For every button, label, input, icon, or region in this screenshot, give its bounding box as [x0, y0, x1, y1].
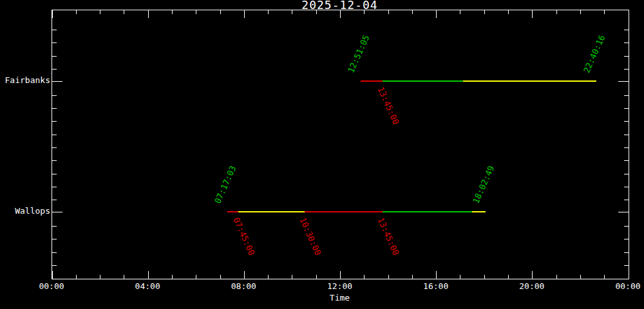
y-axis-tick: [624, 69, 629, 70]
x-axis-tick: [629, 271, 629, 279]
x-axis-tick: [100, 275, 100, 279]
x-axis-tick: [244, 10, 245, 18]
x-axis-tick: [364, 10, 365, 14]
x-axis-tick: [148, 271, 149, 279]
x-axis-tick: [436, 10, 437, 18]
x-axis-tick: [220, 275, 221, 279]
y-axis-tick: [624, 160, 629, 161]
y-axis-tick: [52, 135, 57, 135]
y-axis-tick: [624, 252, 629, 253]
x-tick-label: 08:00: [231, 281, 256, 291]
row-major-tick: [52, 81, 62, 82]
x-axis-tick: [172, 10, 173, 14]
y-axis-tick: [624, 226, 629, 227]
x-axis-tick: [196, 275, 196, 279]
row-major-tick: [618, 81, 629, 82]
x-axis-tick: [532, 271, 533, 279]
x-axis-tick: [124, 10, 124, 14]
y-axis-tick: [52, 69, 57, 70]
x-axis-tick: [52, 271, 53, 279]
x-axis-tick: [580, 275, 581, 279]
x-tick-label: 12:00: [327, 281, 352, 291]
x-axis-tick: [268, 275, 269, 279]
x-axis-tick: [388, 275, 389, 279]
x-tick-label: 20:00: [519, 281, 544, 291]
x-axis-tick: [316, 275, 317, 279]
x-axis-tick: [484, 275, 485, 279]
y-axis-tick: [52, 95, 57, 96]
pass-segment: [463, 80, 596, 82]
row-label-wallops: Wallops: [15, 206, 50, 216]
y-axis-tick: [52, 121, 57, 122]
x-axis-tick: [340, 271, 341, 279]
x-axis-tick: [316, 10, 317, 14]
x-axis-tick: [508, 275, 509, 279]
y-axis-tick: [624, 135, 629, 135]
x-axis-title: Time: [52, 293, 628, 303]
pass-segment: [472, 211, 486, 212]
x-axis-tick: [148, 10, 149, 18]
x-axis-tick: [484, 10, 485, 14]
x-axis-tick: [172, 275, 173, 279]
x-axis-tick: [268, 10, 269, 14]
x-axis-tick: [220, 10, 221, 14]
y-axis-tick: [624, 239, 629, 239]
visibility-timeline-chart: 2025-12-04 Time 00:0004:0008:0012:0016:0…: [0, 0, 644, 309]
x-axis-tick: [556, 10, 557, 14]
x-axis-tick: [508, 10, 509, 14]
row-major-tick: [52, 212, 62, 212]
x-axis-tick: [100, 10, 100, 14]
x-axis-tick: [340, 10, 341, 18]
x-axis-tick: [76, 10, 77, 14]
x-axis-tick: [412, 10, 413, 14]
y-axis-tick: [624, 42, 629, 43]
x-axis-tick: [52, 10, 53, 18]
pass-segment: [383, 80, 464, 82]
x-axis-tick: [244, 271, 245, 279]
y-axis-tick: [52, 226, 57, 227]
y-axis-tick: [624, 265, 629, 266]
y-axis-tick: [52, 42, 57, 43]
y-axis-tick: [52, 30, 57, 30]
y-axis-tick: [52, 200, 57, 200]
pass-segment: [227, 211, 238, 212]
y-axis-tick: [52, 174, 57, 174]
x-axis-tick: [604, 275, 605, 279]
x-axis-tick: [364, 275, 365, 279]
pass-segment: [361, 80, 383, 82]
pass-segment: [305, 211, 383, 212]
x-axis-tick: [124, 275, 124, 279]
y-axis-tick: [52, 56, 57, 57]
y-axis-tick: [624, 147, 629, 148]
x-axis-tick: [292, 10, 292, 14]
y-axis-tick: [52, 252, 57, 253]
row-label-fairbanks: Fairbanks: [5, 75, 50, 86]
pass-segment: [238, 211, 305, 212]
x-tick-label: 16:00: [423, 281, 448, 291]
y-axis-tick: [624, 121, 629, 122]
y-axis-tick: [624, 30, 629, 30]
x-axis-tick: [556, 275, 557, 279]
plot-area: [52, 10, 629, 279]
pass-segment: [383, 211, 472, 212]
y-axis-tick: [624, 56, 629, 57]
x-axis-tick: [460, 10, 460, 14]
x-tick-label: 00:00: [39, 281, 64, 291]
y-axis-tick: [52, 187, 57, 187]
y-axis-tick: [52, 160, 57, 161]
y-axis-tick: [624, 108, 629, 109]
x-axis-tick: [292, 275, 292, 279]
x-axis-tick: [76, 275, 77, 279]
x-axis-tick: [629, 10, 629, 18]
y-axis-tick: [624, 187, 629, 187]
x-axis-tick: [412, 275, 413, 279]
y-axis-tick: [624, 174, 629, 174]
y-axis-tick: [52, 108, 57, 109]
x-axis-tick: [532, 10, 533, 18]
x-axis-tick: [436, 271, 437, 279]
x-tick-label: 04:00: [135, 281, 160, 291]
y-axis-tick: [52, 265, 57, 266]
row-major-tick: [618, 212, 629, 212]
x-axis-tick: [196, 10, 196, 14]
x-axis-tick: [580, 10, 581, 14]
